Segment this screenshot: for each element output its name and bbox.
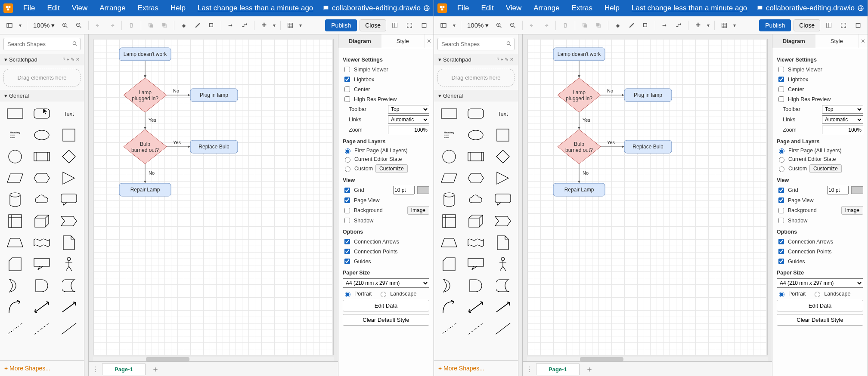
last-change-link[interactable]: Last change less than a minute ago: [192, 1, 318, 15]
chk-lightbox[interactable]: Lightbox: [343, 75, 374, 83]
view-mode-dropdown[interactable]: ▾: [451, 19, 457, 31]
sel-toolbar[interactable]: Top: [388, 105, 429, 114]
to-back-button[interactable]: [592, 19, 604, 31]
filename-area[interactable]: collaborative-editing.drawio: [322, 4, 430, 12]
shape-and[interactable]: [29, 276, 54, 295]
zoom-combo[interactable]: 100% ▾: [465, 21, 491, 30]
menu-help[interactable]: Help: [165, 1, 191, 15]
more-shapes-button[interactable]: + More Shapes...: [0, 360, 84, 376]
chk-pageview[interactable]: Page View: [343, 196, 380, 204]
shape-dashed-line[interactable]: [463, 319, 488, 338]
shape-step[interactable]: [56, 212, 81, 231]
rad-landscape[interactable]: Landscape: [378, 290, 416, 297]
zoom-combo[interactable]: 100% ▾: [31, 21, 57, 30]
format-close-button[interactable]: ✕: [424, 34, 434, 48]
connection-button[interactable]: [659, 19, 671, 31]
chk-grid[interactable]: Grid: [777, 186, 798, 194]
zoom-in-button[interactable]: [59, 19, 71, 31]
shadow-button[interactable]: [205, 19, 217, 31]
shape-note[interactable]: [56, 233, 81, 252]
btn-edit-data[interactable]: Edit Data: [343, 300, 429, 311]
redo-button[interactable]: [540, 19, 552, 31]
table-dropdown[interactable]: ▾: [298, 19, 303, 31]
add-page-button[interactable]: ＋: [583, 364, 596, 374]
grid-color-swatch[interactable]: [417, 186, 429, 194]
tab-diagram[interactable]: Diagram: [338, 34, 381, 48]
shape-hexagon[interactable]: [463, 169, 488, 188]
chk-conn-arrows[interactable]: Connection Arrows: [777, 237, 833, 246]
chk-shadow[interactable]: Shadow: [777, 216, 807, 225]
shape-internal-storage[interactable]: [437, 212, 462, 231]
collapse-button[interactable]: [852, 19, 864, 31]
shape-tape[interactable]: [463, 233, 488, 252]
scratchpad-dropzone[interactable]: Drag elements here: [437, 69, 515, 86]
shape-triangle[interactable]: [56, 169, 81, 188]
shape-cylinder[interactable]: [3, 190, 28, 209]
menu-help[interactable]: Help: [599, 1, 625, 15]
sidebar-splitter[interactable]: [518, 34, 523, 376]
format-close-button[interactable]: ✕: [858, 34, 868, 48]
chk-shadow[interactable]: Shadow: [343, 216, 373, 225]
sel-toolbar[interactable]: Top: [822, 105, 863, 114]
chk-simple-viewer[interactable]: Simple Viewer: [343, 65, 388, 74]
rad-custom[interactable]: Custom: [777, 165, 807, 172]
shape-rectangle[interactable]: [437, 104, 462, 123]
menu-view[interactable]: View: [67, 1, 93, 15]
shape-cloud[interactable]: [29, 190, 54, 209]
diagram-canvas[interactable]: Lamp doesn't work Lamp plugged in? No Pl…: [93, 39, 334, 355]
shape-rectangle[interactable]: [3, 104, 28, 123]
shape-ellipse[interactable]: [29, 126, 54, 145]
shape-text[interactable]: Text: [490, 104, 515, 123]
undo-button[interactable]: [526, 19, 538, 31]
scratchpad-close-icon[interactable]: ✕: [76, 57, 80, 62]
rad-current[interactable]: Current Editor State: [343, 156, 402, 163]
sel-links[interactable]: Automatic: [388, 115, 429, 124]
canvas-hscroll[interactable]: [527, 357, 768, 361]
publish-button[interactable]: Publish: [759, 19, 791, 31]
shape-cube[interactable]: [463, 212, 488, 231]
more-shapes-button[interactable]: + More Shapes...: [434, 360, 518, 376]
sel-links[interactable]: Automatic: [822, 115, 863, 124]
shape-rounded-rect[interactable]: [463, 104, 488, 123]
format-toggle-button[interactable]: [823, 19, 835, 31]
btn-customize[interactable]: Customize: [809, 164, 842, 173]
fullscreen-button[interactable]: [403, 19, 415, 31]
shape-datastore[interactable]: [56, 276, 81, 295]
tab-diagram[interactable]: Diagram: [772, 34, 815, 48]
shape-triangle[interactable]: [490, 169, 515, 188]
shadow-button[interactable]: [639, 19, 651, 31]
sel-paper-size[interactable]: A4 (210 mm x 297 mm): [343, 278, 429, 288]
inp-grid-size[interactable]: [827, 186, 849, 194]
shape-internal-storage[interactable]: [3, 212, 28, 231]
shape-callout[interactable]: [490, 190, 515, 209]
shape-card[interactable]: [3, 255, 28, 274]
shape-process[interactable]: [29, 147, 54, 166]
shape-textbox[interactable]: Heading━━━━━━: [3, 126, 28, 145]
view-mode-dropdown[interactable]: ▾: [17, 19, 23, 31]
app-logo[interactable]: [3, 3, 13, 13]
shape-line[interactable]: [56, 319, 81, 338]
shape-actor[interactable]: [490, 255, 515, 274]
shape-datastore[interactable]: [490, 276, 515, 295]
chk-center[interactable]: Center: [343, 85, 370, 93]
connection-button[interactable]: [225, 19, 237, 31]
scratchpad-header[interactable]: ▾ Scratchpad ? + ✎ ✕: [0, 54, 84, 65]
line-color-button[interactable]: [626, 19, 638, 31]
shape-cube[interactable]: [29, 212, 54, 231]
chk-grid[interactable]: Grid: [343, 186, 364, 194]
sel-paper-size[interactable]: A4 (210 mm x 297 mm): [777, 278, 863, 288]
shape-step[interactable]: [490, 212, 515, 231]
close-button[interactable]: Close: [794, 19, 820, 31]
shape-actor[interactable]: [56, 255, 81, 274]
shape-diamond[interactable]: [490, 147, 515, 166]
last-change-link[interactable]: Last change less than a minute ago: [626, 1, 752, 15]
shape-curve-arrow[interactable]: [3, 298, 28, 317]
menu-arrange[interactable]: Arrange: [528, 1, 564, 15]
insert-button[interactable]: +: [692, 19, 704, 31]
shape-callout2[interactable]: [463, 255, 488, 274]
rad-firstpage[interactable]: First Page (All Layers): [343, 147, 408, 154]
shape-bidirectional-arrow[interactable]: [29, 298, 54, 317]
chk-guides[interactable]: Guides: [343, 257, 371, 265]
app-logo[interactable]: [437, 3, 447, 13]
general-header[interactable]: ▾ General: [0, 90, 84, 102]
